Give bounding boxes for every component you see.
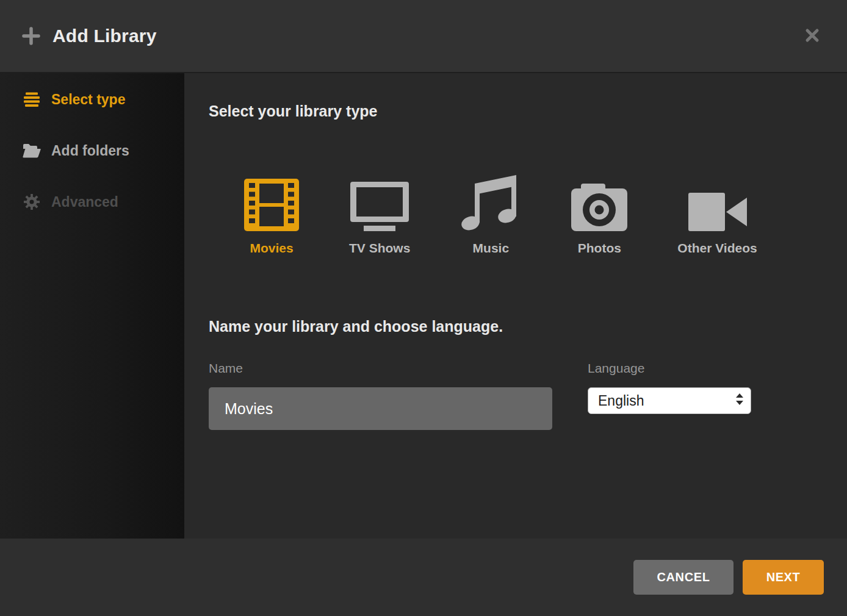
library-type-music[interactable]: Music xyxy=(460,179,521,256)
add-library-dialog: Add Library xyxy=(0,0,847,616)
library-type-photos[interactable]: Photos xyxy=(571,179,627,256)
movies-icon xyxy=(244,179,299,231)
wizard-steps-sidebar: Select type Add folders xyxy=(0,73,184,539)
library-type-picker: Movies TV Shows xyxy=(209,179,847,256)
name-field-label: Name xyxy=(209,360,552,376)
add-folders-icon xyxy=(22,143,41,158)
name-field-group: Name xyxy=(209,360,552,430)
tv-shows-icon xyxy=(350,179,409,231)
name-section-title: Name your library and choose language. xyxy=(209,317,847,336)
name-language-form: Name Language English xyxy=(209,360,847,430)
library-type-section-title: Select your library type xyxy=(209,101,847,121)
library-type-other-videos[interactable]: Other Videos xyxy=(677,179,757,256)
select-arrows-icon xyxy=(736,393,743,409)
dialog-header: Add Library xyxy=(0,0,847,73)
library-type-tv-shows[interactable]: TV Shows xyxy=(349,179,410,256)
select-type-icon xyxy=(22,92,41,107)
sidebar-item-advanced: Advanced xyxy=(0,176,184,227)
sidebar-item-label: Advanced xyxy=(51,194,118,210)
close-icon xyxy=(804,27,820,45)
library-name-input[interactable] xyxy=(209,387,552,430)
music-icon xyxy=(460,179,521,231)
sidebar-item-label: Select type xyxy=(51,91,125,108)
dialog-title: Add Library xyxy=(52,26,157,46)
library-type-label: Photos xyxy=(578,241,621,256)
language-field-group: Language English xyxy=(588,360,751,430)
library-type-label: TV Shows xyxy=(349,241,410,256)
language-select[interactable]: English xyxy=(588,387,751,414)
close-button[interactable] xyxy=(802,25,823,48)
language-field-label: Language xyxy=(588,360,751,376)
sidebar-item-label: Add folders xyxy=(51,143,129,159)
cancel-button[interactable]: CANCEL xyxy=(633,560,733,595)
library-type-label: Movies xyxy=(250,241,293,256)
library-type-label: Other Videos xyxy=(677,241,757,256)
language-selected-value: English xyxy=(598,393,644,409)
main-panel: Select your library type xyxy=(184,73,847,539)
sidebar-item-select-type[interactable]: Select type xyxy=(0,74,184,125)
next-button[interactable]: NEXT xyxy=(743,560,824,595)
other-videos-icon xyxy=(688,179,747,231)
library-type-label: Music xyxy=(473,241,510,256)
dialog-body: Select type Add folders xyxy=(0,73,847,539)
dialog-footer: CANCEL NEXT xyxy=(0,539,847,616)
sidebar-item-add-folders[interactable]: Add folders xyxy=(0,125,184,176)
photos-icon xyxy=(571,179,627,231)
library-type-movies[interactable]: Movies xyxy=(244,179,299,256)
advanced-icon xyxy=(22,194,41,210)
add-icon xyxy=(22,27,40,45)
